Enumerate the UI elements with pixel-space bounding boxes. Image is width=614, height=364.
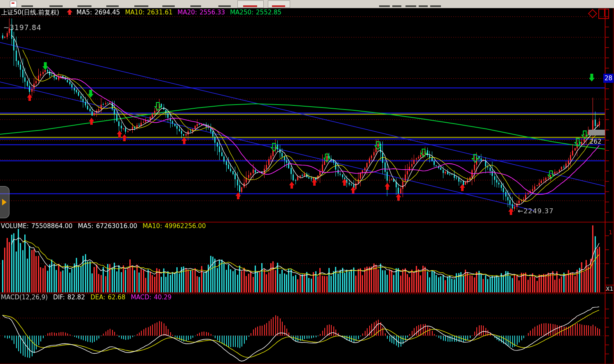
expand-arrow-icon	[2, 199, 7, 205]
ma250-readout: MA250:2552.85	[230, 9, 281, 16]
volume-readout: VOLUME:75508864.00	[1, 222, 73, 230]
menu-text-fragment	[243, 5, 257, 7]
menu-text-fragment	[405, 5, 416, 7]
dif-readout: DIF:82.82	[53, 294, 85, 301]
menu-text-fragment	[392, 5, 401, 7]
trend-up-arrow-icon	[67, 9, 73, 15]
macd-title: MACD(12,26,9)	[1, 294, 48, 301]
macd-header: MACD(12,26,9) DIF:82.82 DEA:62.68 MACD:4…	[1, 294, 177, 301]
main-chart-header: 上证50(日线.前复权) MA5:2694.45 MA10:2631.61 MA…	[1, 9, 286, 16]
macd-pane[interactable]: MACD(12,26,9) DIF:82.82 DEA:62.68 MACD:4…	[0, 293, 614, 364]
menu-text-fragment	[49, 5, 63, 7]
app-icon	[10, 1, 17, 7]
window-split-icon[interactable]	[598, 9, 609, 19]
dea-readout: DEA:62.68	[90, 294, 125, 301]
trough-price-annotation: ←2249.37	[518, 207, 554, 215]
volume-scale-label: X1	[606, 285, 614, 292]
menu-text-fragment	[272, 5, 285, 7]
last-price-marker-box	[588, 130, 605, 135]
volume-header: VOLUME:75508864.00 MA5:67263016.00 MA10:…	[1, 222, 211, 230]
macd-readout: MACD:40.29	[131, 294, 171, 301]
volume-axis-label: 1	[609, 229, 612, 236]
menu-text-fragment	[190, 5, 201, 7]
menu-text-fragment	[21, 5, 33, 7]
menu-text-fragment	[430, 5, 441, 7]
volume-pane[interactable]: VOLUME:75508864.00 MA5:67263016.00 MA10:…	[0, 222, 614, 293]
menu-text-fragment	[134, 5, 148, 7]
trading-app-window: 上证50(日线.前复权) MA5:2694.45 MA10:2631.61 MA…	[0, 0, 614, 364]
menu-text-fragment	[106, 5, 119, 7]
diamond-icon[interactable]	[588, 9, 598, 19]
menu-text-fragment	[218, 5, 231, 7]
menu-text-fragment	[77, 5, 91, 7]
volume-ma10-readout: MA10:49962256.00	[143, 222, 206, 230]
volume-ma5-readout: MA5:67263016.00	[78, 222, 137, 230]
menu-text-fragment	[419, 5, 428, 7]
ma10-readout: MA10:2631.61	[125, 9, 172, 16]
price-axis-badge: 28	[603, 74, 614, 83]
sidebar-expand-handle[interactable]	[0, 186, 9, 218]
main-chart-pane[interactable]: 上证50(日线.前复权) MA5:2694.45 MA10:2631.61 MA…	[0, 8, 614, 222]
last-price-label: 262	[590, 138, 602, 145]
menu-bar[interactable]	[0, 0, 614, 8]
peak-price-annotation: ~3197.84	[3, 23, 42, 32]
menu-text-fragment	[162, 5, 175, 7]
ma5-readout: MA5:2694.45	[77, 9, 120, 16]
symbol-title: 上证50(日线.前复权)	[1, 9, 59, 16]
ma20-readout: MA20:2556.33	[178, 9, 225, 16]
menu-text-fragment	[379, 5, 390, 7]
